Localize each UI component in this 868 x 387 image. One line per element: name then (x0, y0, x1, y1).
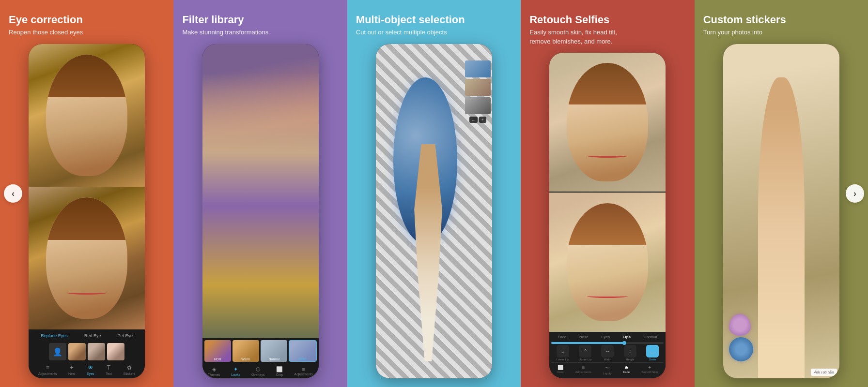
photo-top (29, 44, 145, 187)
filter-people-photo (202, 73, 319, 338)
slider-thumb (622, 341, 626, 345)
side-thumb-2[interactable] (465, 79, 491, 96)
panel-title-retouch: Retouch Selfies (529, 14, 609, 26)
ctrl-upper-lip[interactable]: ⌃ Upper Lip (579, 345, 591, 361)
lower-lip-icon: ⌄ (557, 345, 569, 357)
icon-adjustments[interactable]: ≡ Adjustments (38, 364, 57, 375)
retouch-hair-bottom (567, 203, 648, 245)
sticker-screen: Ảnh sưu tầm (723, 44, 839, 378)
panel-subtitle-eye: Reopen those closed eyes (9, 28, 83, 37)
panel-custom-stickers: Custom stickers Turn your photos into › … (695, 0, 868, 387)
filter-nav-adjustments[interactable]: ≡ Adjustments (294, 366, 313, 376)
filter-nav-overlays[interactable]: ⬡ Overlays (251, 366, 265, 376)
retouch-nav-face[interactable]: ☻ Face (623, 365, 630, 375)
face-sim-bottom (46, 197, 127, 319)
retouch-slider[interactable] (551, 342, 664, 344)
eye-thumb-1[interactable] (68, 343, 86, 360)
icon-text[interactable]: T Text (106, 364, 112, 375)
tab-pet-eye[interactable]: Pet Eye (116, 332, 135, 339)
tab-lips[interactable]: Lips (621, 334, 632, 340)
icon-eyes[interactable]: 👁 Eyes (87, 364, 94, 375)
heal-icon: ✦ (69, 364, 74, 371)
filter-label-hdr: HDR (204, 357, 231, 361)
more-icon: ... (472, 118, 475, 122)
side-thumb-3[interactable] (465, 97, 491, 114)
icon-heal[interactable]: ✦ Heal (68, 364, 75, 375)
phone-mockup-stickers: Ảnh sưu tầm (723, 44, 839, 378)
retouch-face-top (567, 63, 648, 181)
panel-subtitle-stickers: Turn your photos into (703, 28, 762, 37)
filter-thumb-warm1[interactable]: Warm (232, 340, 259, 362)
face-icon-retouch: ☻ (624, 365, 629, 370)
filter-thumb-hdr[interactable]: HDR (204, 340, 231, 362)
eye-thumb-2[interactable] (88, 343, 105, 360)
retouch-bottom-nav: ⬜ Crop ≡ Adjustments 〜 Liquify ☻ Face (551, 362, 664, 376)
tab-red-eye[interactable]: Red Eye (82, 332, 103, 339)
photo-bottom (29, 187, 145, 329)
panel-title-stickers: Custom stickers (703, 14, 786, 26)
retouch-nav-crop[interactable]: ⬜ Crop (558, 365, 564, 375)
tab-nose[interactable]: Nose (578, 334, 590, 340)
filter-label-warm2: Warm (289, 357, 316, 360)
width-icon: ↔ (601, 345, 614, 357)
ctrl-height[interactable]: ↕ Height (624, 345, 636, 361)
ctrl-lower-lip[interactable]: ⌄ Lower Lip (557, 345, 569, 361)
phone-mockup-retouch: Face Nose Eyes Lips Contour ⌄ Lower Lip (549, 53, 666, 378)
retouch-face-bottom (567, 203, 648, 321)
retouch-nav-adjustments[interactable]: ≡ Adjustments (575, 365, 591, 375)
retouch-smile-bottom (587, 294, 628, 298)
smooth-icon: ✦ (648, 365, 651, 370)
filter-label-warm1: Warm (232, 357, 259, 361)
tab-contour[interactable]: Contour (642, 334, 659, 340)
retouch-screen: Face Nose Eyes Lips Contour ⌄ Lower Lip (549, 53, 666, 378)
retouch-smile-top (587, 154, 628, 158)
eye-thumb-row: 👤 (32, 343, 141, 360)
flower-purple (729, 314, 751, 336)
filter-nav-looks[interactable]: ✦ Looks (231, 366, 240, 376)
panel-subtitle-filter: Make stunning transformations (182, 28, 268, 37)
upper-lip-icon: ⌃ (579, 345, 591, 357)
eye-thumb-3[interactable] (107, 343, 124, 360)
sticker-flowers (729, 314, 834, 361)
add-icon: + (481, 118, 484, 122)
filter-nav-themes[interactable]: ◈ Themes (208, 366, 220, 376)
filter-thumb-warm2[interactable]: Warm (289, 340, 316, 362)
themes-icon: ◈ (212, 366, 216, 372)
tab-eyes[interactable]: Eyes (600, 334, 611, 340)
retouch-photos (549, 53, 666, 332)
panel-title-filter: Filter library (182, 14, 244, 26)
action-add[interactable]: + (479, 117, 486, 123)
hair-top (46, 55, 127, 97)
crop-icon-filter: ⬜ (276, 366, 283, 372)
icon-stickers[interactable]: ✿ Stickers (124, 364, 136, 375)
side-thumb-1[interactable] (465, 60, 491, 77)
filter-thumb-normal[interactable]: Normal (261, 340, 287, 362)
text-icon: T (107, 364, 110, 371)
hair-bottom (46, 197, 127, 240)
retouch-toolbar: Face Nose Eyes Lips Contour ⌄ Lower Lip (549, 332, 666, 378)
ctrl-smile[interactable]: ◡ Smile (646, 345, 659, 361)
filter-label-normal: Normal (261, 357, 287, 361)
action-more[interactable]: ... (469, 117, 478, 123)
filter-nav-crop[interactable]: ⬜ Crop (276, 366, 283, 376)
sticker-photo: Ảnh sưu tầm (723, 44, 839, 378)
nav-arrow-left[interactable]: ‹ (4, 184, 22, 203)
retouch-nav-smooth[interactable]: ✦ Smooth Skin (641, 365, 658, 375)
adjustments-icon: ≡ (46, 364, 49, 371)
retouch-photo-top (549, 53, 666, 192)
ctrl-width[interactable]: ↔ Width (601, 345, 614, 361)
tab-face[interactable]: Face (557, 334, 568, 340)
retouch-tabs: Face Nose Eyes Lips Contour (551, 334, 664, 340)
flower-blue (729, 337, 753, 361)
smile-icon: ◡ (646, 345, 659, 357)
crop-icon-retouch: ⬜ (558, 365, 563, 370)
tab-replace-eyes[interactable]: Replace Eyes (39, 332, 70, 339)
retouch-nav-liquify[interactable]: 〜 Liquify (603, 365, 611, 375)
panel-filter-library: Filter library Make stunning transformat… (173, 0, 347, 387)
panel-title-multi: Multi-object selection (356, 14, 465, 26)
looks-icon: ✦ (233, 366, 238, 372)
phone-mockup-filter: HDR Warm Normal Warm ◈ Themes ✦ (202, 44, 319, 378)
panel-eye-correction: Eye correction Reopen those closed eyes … (0, 0, 173, 387)
nav-arrow-right[interactable]: › (846, 184, 864, 203)
eye-thumb-icon: 👤 (49, 343, 66, 360)
